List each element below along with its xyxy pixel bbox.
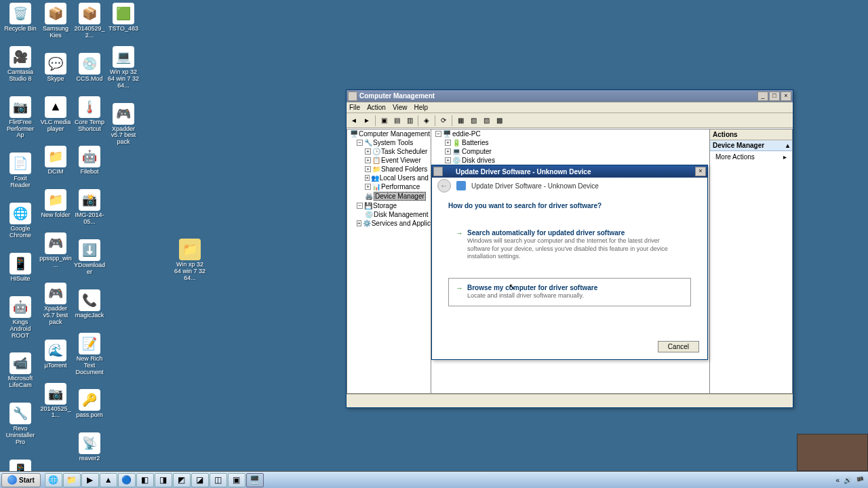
minimize-button[interactable]: _ [757, 92, 768, 101]
tree-device-manager[interactable]: 🖨️Device Manager [347, 191, 431, 201]
option-browse-computer[interactable]: →Browse my computer for driver software … [448, 278, 691, 306]
device-batteries[interactable]: +🔋Batteries [431, 138, 709, 147]
toolbar-button[interactable]: ▦ [454, 115, 467, 127]
taskbar: Start 🌐 📁 ▶ ▲ 🔵 ◧ ◨ ◩ ◪ ◫ ▣ 🖥️ « 🔊 🏴 [0, 471, 868, 488]
desktop-icon[interactable]: 💬Skype [39, 53, 72, 83]
dialog-close-button[interactable]: × [695, 167, 706, 176]
toolbar-button[interactable]: ▧ [467, 115, 479, 127]
desktop-icon[interactable]: 🗑️Recycle Bin [4, 3, 37, 33]
desktop-icon[interactable]: 📁 Win xp 32 64 win 7 32 64... [174, 239, 206, 282]
start-orb-icon [7, 475, 17, 485]
desktop-icon[interactable]: 🎥Camtasia Studio 8 [4, 46, 37, 83]
desktop-icon[interactable]: 🟩TSTO_483 [107, 3, 140, 33]
taskbar-app[interactable]: ◨ [155, 473, 172, 487]
desktop-icon[interactable]: 📞magicJack [73, 289, 106, 319]
back-button[interactable]: ◄ [348, 115, 360, 127]
dialog-subtitle: Update Driver Software - Unknown Device [471, 182, 599, 190]
menu-view[interactable]: View [393, 104, 408, 111]
desktop-icon[interactable]: 🌊µTorrent [39, 340, 72, 369]
device-disk-drives[interactable]: +💿Disk drives [431, 156, 709, 165]
taskbar-app[interactable]: ◪ [191, 473, 209, 487]
tree-shared-folders[interactable]: +📁Shared Folders [347, 165, 431, 174]
desktop-icon[interactable]: 🤖Kings Android ROOT [4, 296, 37, 340]
taskbar-app[interactable]: ◫ [210, 473, 227, 487]
desktop-icon[interactable]: 📱HiSuite [4, 253, 37, 283]
menu-action[interactable]: Action [367, 104, 386, 111]
taskbar-app[interactable]: ◩ [173, 473, 191, 487]
arrow-icon: → [456, 229, 463, 237]
toolbar-button[interactable]: ▣ [378, 115, 390, 127]
desktop-icon[interactable]: ▲VLC media player [39, 96, 72, 133]
desktop-icon[interactable]: 🌡️Core Temp Shortcut [73, 96, 106, 133]
desktop-icon[interactable]: ⬇️YDownloader [73, 239, 106, 276]
desktop-icon[interactable]: 📄Foxit Reader [4, 152, 37, 189]
desktop-icon[interactable]: 🌐Google Chrome [4, 203, 37, 239]
desktop-icon[interactable]: 📸IMG-2014-05... [73, 189, 106, 226]
cancel-button[interactable]: Cancel [658, 341, 699, 352]
desktop-icon[interactable]: 💻Win xp 32 64 win 7 32 64... [107, 46, 140, 89]
actions-panel: Actions Device Manager▴ More Actions▸ [710, 129, 793, 394]
tray-chevron-icon[interactable]: « [835, 476, 840, 484]
forward-button[interactable]: ► [361, 115, 373, 127]
more-actions[interactable]: More Actions▸ [710, 151, 792, 163]
desktop-icon[interactable]: 📦20140529_2... [73, 3, 106, 39]
desktop-icon[interactable]: 🔧Revo Uninstaller Pro [4, 403, 37, 446]
taskbar-app[interactable]: ◧ [136, 473, 154, 487]
device-computer[interactable]: +💻Computer [431, 147, 709, 156]
device-root[interactable]: −🖥️eddie-PC [431, 129, 709, 138]
chevron-right-icon: ▸ [783, 153, 787, 161]
menu-help[interactable]: Help [414, 104, 428, 111]
taskbar-explorer[interactable]: 📁 [63, 473, 81, 487]
tree-disk-management[interactable]: 💿Disk Management [347, 210, 431, 219]
toolbar-button[interactable]: ▩ [493, 115, 505, 127]
desktop-icon[interactable]: 📁DCIM [39, 146, 72, 176]
option-search-auto[interactable]: →Search automatically for updated driver… [448, 223, 691, 267]
dialog-titlebar[interactable]: Update Driver Software - Unknown Device … [432, 165, 707, 178]
tray-flag-icon[interactable]: 🏴 [856, 476, 864, 484]
tree-event-viewer[interactable]: +📋Event Viewer [347, 156, 431, 165]
taskbar-ie[interactable]: 🌐 [45, 473, 62, 487]
system-tray[interactable]: « 🔊 🏴 [835, 476, 868, 484]
tree-local-users[interactable]: +👥Local Users and Groups [347, 174, 431, 182]
taskbar-vlc[interactable]: ▲ [100, 473, 117, 487]
desktop-icon[interactable]: 🤖Filebot [73, 146, 106, 176]
taskbar-wmp[interactable]: ▶ [81, 473, 99, 487]
desktop-icon[interactable]: 🔑pass.porn [73, 389, 106, 419]
tree-task-scheduler[interactable]: +🕒Task Scheduler [347, 147, 431, 156]
toolbar-button[interactable]: ▤ [391, 115, 403, 127]
tree-storage[interactable]: −💾Storage [347, 201, 431, 210]
tree-system-tools[interactable]: −🔧System Tools [347, 138, 431, 147]
taskbar-app[interactable]: ▣ [228, 473, 245, 487]
desktop-icon[interactable]: 🎮Xpadder v5.7 best pack [107, 103, 140, 146]
desktop-icon[interactable]: 💿CCS.Mod [73, 53, 106, 83]
collapse-icon: ▴ [786, 142, 789, 149]
tree-root[interactable]: 🖥️Computer Management (Local) [347, 129, 431, 138]
desktop-icon[interactable]: 📡reaver2 [73, 432, 106, 462]
desktop-icon[interactable]: 📷20140525_1... [39, 383, 72, 420]
actions-subheader[interactable]: Device Manager▴ [710, 140, 792, 151]
tree-performance[interactable]: +📊Performance [347, 182, 431, 191]
properties-button[interactable]: ◈ [420, 115, 433, 127]
tray-icon[interactable]: 🔊 [844, 476, 852, 484]
tree-services[interactable]: +⚙️Services and Applications [347, 219, 431, 228]
statusbar [347, 394, 793, 406]
refresh-button[interactable]: ⟳ [437, 115, 450, 127]
desktop-icon[interactable]: 📹Microsoft LifeCam [4, 352, 37, 389]
back-button[interactable]: ← [437, 179, 451, 192]
start-button[interactable]: Start [1, 473, 41, 487]
close-button[interactable]: × [781, 92, 791, 101]
maximize-button[interactable]: □ [769, 92, 780, 101]
desktop-icon[interactable]: 🎮ppsspp_win... [39, 232, 72, 269]
taskbar-chrome[interactable]: 🔵 [118, 473, 136, 487]
desktop-icon[interactable]: 🎮Xpadder v5.7 best pack [39, 283, 72, 326]
desktop-icon[interactable]: 📝New Rich Text Document [73, 333, 106, 376]
window-title: Computer Management [359, 92, 757, 100]
desktop-icon[interactable]: 📦Samsung Kies [39, 3, 72, 39]
desktop-icon[interactable]: 📷FlirtFree Performer Ap [4, 96, 37, 140]
menu-file[interactable]: File [349, 104, 360, 111]
toolbar-button[interactable]: ▨ [480, 115, 492, 127]
taskbar-compmgmt[interactable]: 🖥️ [246, 473, 264, 487]
toolbar-button[interactable]: ▥ [403, 115, 416, 127]
desktop-icon[interactable]: 📁New folder [39, 189, 72, 219]
titlebar[interactable]: Computer Management _ □ × [347, 90, 793, 102]
